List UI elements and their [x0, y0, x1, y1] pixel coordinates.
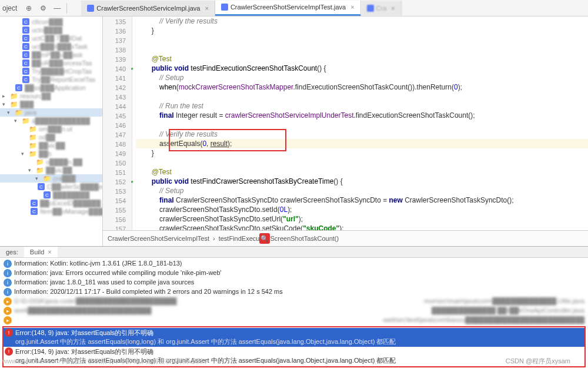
- code-line[interactable]: // Verify the results: [136, 130, 588, 139]
- tree-item[interactable]: C██ss███Application: [0, 84, 102, 92]
- gear-icon[interactable]: ⚙: [38, 3, 48, 14]
- line-number[interactable]: 141: [103, 74, 132, 83]
- line-number[interactable]: 140: [103, 64, 132, 74]
- path-row[interactable]: ▸D:\D-DISK\java-code\███████████████████…: [2, 297, 586, 306]
- editor-tab[interactable]: CrawlerScreenShotServiceImpl.java×: [81, 1, 215, 16]
- line-number[interactable]: 147: [103, 130, 132, 140]
- tree-item[interactable]: C██oR███orcessTas: [0, 59, 102, 67]
- line-number[interactable]: 157: [103, 224, 132, 230]
- tree-item[interactable]: CTry██ReportExcelTas: [0, 75, 102, 84]
- panel-tab-build[interactable]: Build×: [24, 247, 58, 257]
- message-row[interactable]: iInformation: 2020/12/11 17:17 - Build c…: [2, 287, 586, 297]
- tree-item[interactable]: Cuct███it███xTask: [0, 42, 102, 51]
- line-number[interactable]: 137: [103, 36, 132, 45]
- line-number[interactable]: 150: [103, 158, 132, 168]
- line-number[interactable]: 135: [103, 17, 132, 26]
- line-number[interactable]: 144: [103, 102, 132, 111]
- code-line[interactable]: [136, 45, 588, 54]
- line-number[interactable]: 136: [103, 26, 132, 36]
- project-tree[interactable]: CctIcon███Cucto████CuctC██ T██llDatCuct█…: [0, 16, 103, 246]
- tree-arrow-icon[interactable]: ▾: [2, 101, 8, 107]
- line-number[interactable]: 142: [103, 83, 132, 92]
- tree-item[interactable]: ▾📁java: [0, 108, 102, 117]
- tree-item[interactable]: 📁██vic██: [0, 141, 102, 150]
- line-number[interactable]: 148: [103, 140, 132, 149]
- editor-tab[interactable]: Cra×: [361, 1, 402, 16]
- line-number[interactable]: 139: [103, 55, 132, 64]
- path-row[interactable]: ▸ work██████████████████████████████████…: [2, 306, 586, 316]
- close-icon[interactable]: ×: [350, 4, 354, 11]
- line-number[interactable]: 145: [103, 111, 132, 121]
- code-line[interactable]: public void testFindCrawerScreenshotTask…: [136, 177, 588, 186]
- message-row[interactable]: iInformation: javac 1.8.0_181 was used t…: [2, 278, 586, 287]
- code-line[interactable]: @Test: [136, 54, 588, 64]
- close-icon[interactable]: ×: [48, 248, 51, 256]
- message-row[interactable]: iInformation: java: Errors occurred whil…: [2, 268, 586, 278]
- editor-tab[interactable]: CrawlerScreenShotServiceImplTest.java×: [215, 1, 361, 16]
- tree-arrow-icon[interactable]: ▾: [7, 110, 13, 115]
- code-line[interactable]: crawlerScreenShotTaskSyncDto.setSkuCode(…: [136, 224, 588, 230]
- tree-item[interactable]: ▾📁cra███: [0, 174, 102, 183]
- code-line[interactable]: crawlerScreenShotTaskSyncDto.setUrl("url…: [136, 214, 588, 224]
- tree-arrow-icon[interactable]: ▾: [14, 118, 20, 124]
- hide-icon[interactable]: —: [52, 3, 62, 14]
- line-number[interactable]: 154: [103, 196, 132, 205]
- code-line[interactable]: final Integer result = crawlerScreenShot…: [136, 111, 588, 120]
- line-number[interactable]: 156: [103, 215, 132, 224]
- line-number[interactable]: 151: [103, 168, 132, 177]
- editor-breadcrumb[interactable]: CrawlerScreenShotServiceImplTest › testF…: [103, 230, 588, 246]
- tree-item[interactable]: ▾📁s████████████: [0, 117, 102, 125]
- line-number[interactable]: 138: [103, 45, 132, 55]
- breadcrumb-class[interactable]: CrawlerScreenShotServiceImplTest: [108, 235, 209, 242]
- code-line[interactable]: @Test: [136, 167, 588, 177]
- code-line[interactable]: assertEquals(0, result);: [136, 139, 588, 148]
- panel-tab-messages[interactable]: ges:: [0, 247, 24, 257]
- tree-item[interactable]: CItem██oManage██████: [0, 207, 102, 216]
- code-line[interactable]: }: [136, 148, 588, 158]
- code-line[interactable]: final CrawlerScreenShotTaskSyncDto crawl…: [136, 195, 588, 205]
- message-row[interactable]: iInformation: Kotlin: kotlinc-jvm 1.3.61…: [2, 259, 586, 268]
- close-icon[interactable]: ×: [391, 5, 395, 12]
- line-number[interactable]: 153: [103, 187, 132, 196]
- tree-item[interactable]: 📁om███n.ut: [0, 125, 102, 133]
- tree-item[interactable]: 📁o████n.██: [0, 158, 102, 166]
- tree-item[interactable]: ▾📁███: [0, 100, 102, 108]
- path-row[interactable]: ▸-web\src\test\java\com\baozu███████████…: [2, 316, 586, 325]
- line-number[interactable]: 143: [103, 92, 132, 102]
- code-line[interactable]: [136, 120, 588, 130]
- collapse-icon[interactable]: ⊕: [24, 3, 34, 14]
- tree-arrow-icon[interactable]: ▾: [21, 151, 27, 157]
- tree-item[interactable]: C██mP██u██ask: [0, 51, 102, 59]
- code-line[interactable]: [136, 158, 588, 167]
- breadcrumb-method[interactable]: testFindExecu🔍ScreenShotTaskCount(): [219, 233, 339, 244]
- tree-item[interactable]: CctIcon███: [0, 18, 102, 26]
- tree-item[interactable]: CC██wlerSc████en: [0, 183, 102, 191]
- code-content[interactable]: // Verify the results } @Test public voi…: [132, 16, 588, 230]
- close-icon[interactable]: ×: [205, 5, 208, 12]
- error-row[interactable]: !Error:(148, 9) java: 对assertEquals的引用不明…: [4, 328, 584, 347]
- code-line[interactable]: // Verify the results: [136, 16, 588, 26]
- line-number[interactable]: 155: [103, 205, 132, 215]
- tree-item[interactable]: ▾📁██b: [0, 150, 102, 158]
- tree-item[interactable]: C██oExcelD██████: [0, 199, 102, 207]
- code-line[interactable]: // Run the test: [136, 101, 588, 111]
- tree-item[interactable]: ▸📁resourc██: [0, 92, 102, 100]
- tree-item[interactable]: 📁od██: [0, 133, 102, 141]
- tree-item[interactable]: Cucto████: [0, 26, 102, 34]
- tree-item[interactable]: CTry█████rtCropTas: [0, 67, 102, 75]
- tree-arrow-icon[interactable]: ▸: [2, 93, 8, 99]
- tree-item[interactable]: C████████: [0, 191, 102, 199]
- code-line[interactable]: // Setup: [136, 186, 588, 195]
- tree-arrow-icon[interactable]: ▾: [35, 175, 41, 181]
- tree-item[interactable]: CuctC██ T██llDat: [0, 34, 102, 42]
- code-line[interactable]: // Setup: [136, 73, 588, 82]
- line-number[interactable]: 152: [103, 177, 132, 187]
- code-line[interactable]: crawlerScreenShotTaskSyncDto.setId(0L);: [136, 205, 588, 214]
- tree-item[interactable]: ▾📁██vic██: [0, 166, 102, 174]
- code-line[interactable]: public void testFindExecutionScreenShotT…: [136, 64, 588, 73]
- line-number[interactable]: 146: [103, 121, 132, 130]
- code-line[interactable]: [136, 35, 588, 45]
- line-number[interactable]: 149: [103, 149, 132, 158]
- code-line[interactable]: when(mockCrawerScreenShotTaskMapper.find…: [136, 82, 588, 92]
- tree-arrow-icon[interactable]: ▾: [28, 167, 34, 173]
